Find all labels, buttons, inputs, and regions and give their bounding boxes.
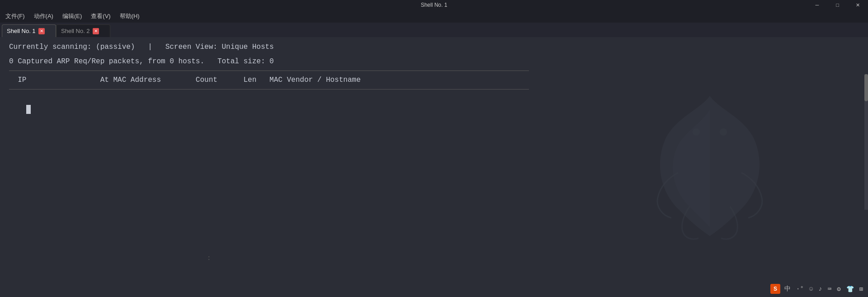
system-tray: S 中 ·° ☺ ♪ ⌨ ⚙ 👕 ⊞: [767, 281, 868, 297]
cursor-line[interactable]: [9, 93, 859, 126]
svg-point-0: [693, 128, 700, 136]
maximize-button[interactable]: □: [827, 0, 848, 10]
grid-icon[interactable]: ⊞: [858, 284, 864, 294]
tabbar: Shell No. 1 ✕ Shell No. 2 ✕: [0, 23, 868, 37]
svg-point-1: [720, 128, 727, 136]
terminal-area: Currently scanning: (passive) | Screen V…: [0, 37, 868, 297]
column-headers: IP At MAC Address Count Len MAC Vendor /…: [9, 75, 859, 85]
skin-icon[interactable]: 👕: [845, 284, 855, 294]
captured-packets-line: 0 Captured ARP Req/Rep packets, from 0 h…: [9, 56, 859, 67]
menubar: 文件(F) 动作(A) 编辑(E) 查看(V) 帮助(H): [0, 10, 868, 23]
tab-label-2: Shell No. 2: [61, 28, 90, 34]
tab-shell-2[interactable]: Shell No. 2 ✕: [56, 24, 110, 37]
close-button[interactable]: ✕: [848, 0, 868, 10]
tab-close-1[interactable]: ✕: [38, 28, 45, 34]
keyboard-icon[interactable]: ⌨: [826, 284, 833, 294]
top-divider: [9, 71, 529, 71]
tab-shell-1[interactable]: Shell No. 1 ✕: [2, 24, 56, 37]
menu-view[interactable]: 查看(V): [87, 11, 114, 21]
menu-action[interactable]: 动作(A): [30, 11, 57, 21]
menu-edit[interactable]: 编辑(E): [59, 11, 85, 21]
mic-icon[interactable]: ♪: [817, 284, 823, 293]
window-controls: ─ □ ✕: [807, 0, 868, 10]
menu-help[interactable]: 帮助(H): [116, 11, 143, 21]
scrollbar[interactable]: [864, 74, 868, 210]
scrollbar-thumb[interactable]: [864, 74, 868, 101]
bottom-divider: [9, 89, 529, 90]
settings-tray-icon[interactable]: ⚙: [835, 284, 842, 294]
sogou-icon[interactable]: S: [770, 284, 780, 294]
menu-file[interactable]: 文件(F): [2, 11, 28, 21]
tab-label-1: Shell No. 1: [7, 28, 36, 34]
scanning-status-line: Currently scanning: (passive) | Screen V…: [9, 42, 859, 52]
ime-dots[interactable]: ·°: [795, 284, 805, 293]
titlebar: Shell No. 1 ─ □ ✕: [0, 0, 868, 10]
tab-close-2[interactable]: ✕: [93, 28, 99, 34]
emoji-icon[interactable]: ☺: [808, 284, 814, 293]
window-title: Shell No. 1: [421, 2, 448, 8]
ime-toggle[interactable]: 中: [783, 284, 792, 294]
minimize-button[interactable]: ─: [807, 0, 827, 10]
terminal-cursor: [26, 105, 31, 114]
terminal-dots: :: [207, 254, 211, 262]
